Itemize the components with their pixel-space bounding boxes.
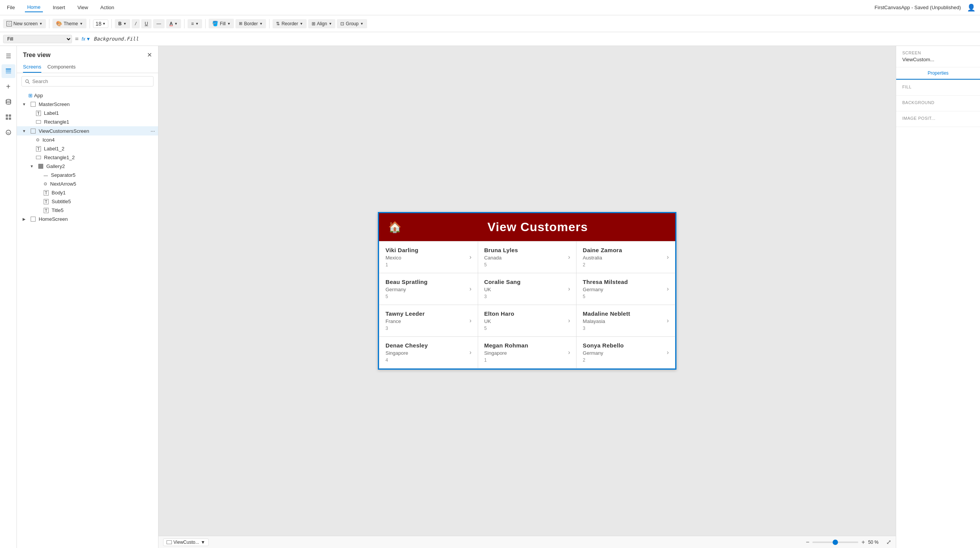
tree-item-subtitle5[interactable]: T Subtitle5 [17, 197, 158, 206]
cell-name-6: Tawny Leeder [385, 310, 425, 317]
viewcustomers-expand[interactable]: ▼ [21, 128, 27, 134]
svg-rect-2 [6, 72, 11, 73]
tree-item-viewcustomers[interactable]: ▼ ViewCustomersScreen ··· [17, 126, 158, 135]
reorder-button[interactable]: ⇅ Reorder ▼ [273, 19, 306, 28]
right-tab-properties[interactable]: Properties [896, 67, 980, 80]
toggle-panel-button[interactable]: ☰ [2, 49, 15, 63]
gallery-cell-0[interactable]: Viki Darling Mexico 1 › [379, 241, 478, 273]
add-button[interactable]: + [2, 80, 15, 93]
tab-components[interactable]: Components [47, 62, 76, 73]
svg-point-10 [26, 80, 29, 83]
cell-country-0: Mexico [385, 255, 418, 261]
tree-item-gallery2[interactable]: ▼ Gallery2 [17, 162, 158, 171]
data-icon-button[interactable] [2, 95, 15, 109]
align-pos-button[interactable]: ⊞ Align ▼ [308, 19, 336, 28]
cell-arrow-10: › [568, 349, 570, 356]
property-select[interactable]: Fill [3, 35, 72, 43]
zoom-slider[interactable] [812, 541, 858, 543]
strikethrough-button[interactable]: — [153, 19, 165, 28]
tree-item-homescreen[interactable]: ▶ HomeScreen [17, 215, 158, 223]
menu-insert[interactable]: Insert [51, 3, 68, 12]
formula-input[interactable] [94, 36, 977, 42]
tree-item-rectangle1-2-label: Rectangle1_2 [44, 155, 75, 160]
zoom-in-button[interactable]: + [861, 539, 865, 546]
tab-screens[interactable]: Screens [23, 62, 41, 73]
cell-info-5: Thresa Milstead Germany 5 [583, 279, 628, 299]
gallery-cell-3[interactable]: Beau Spratling Germany 5 › [379, 273, 478, 305]
gallery-cell-1[interactable]: Bruna Lyles Canada 5 › [478, 241, 577, 273]
tree-item-label1-2[interactable]: T Label1_2 [17, 144, 158, 153]
gallery-cell-7[interactable]: Elton Haro UK 5 › [478, 305, 577, 337]
screen-indicator[interactable]: ViewCusto... ▼ [163, 538, 209, 546]
tree-view-icon-button[interactable] [2, 64, 15, 78]
gallery-cell-10[interactable]: Megan Rohman Singapore 1 › [478, 337, 577, 369]
tree-item-rectangle1[interactable]: Rectangle1 [17, 117, 158, 126]
gallery-cell-2[interactable]: Daine Zamora Australia 2 › [577, 241, 675, 273]
tree-item-masterscreen[interactable]: ▼ MasterScreen [17, 100, 158, 109]
fullscreen-button[interactable]: ⤢ [886, 538, 891, 546]
gallery-cell-11[interactable]: Sonya Rebello Germany 2 › [577, 337, 675, 369]
homescreen-expand[interactable]: ▶ [21, 217, 27, 222]
close-panel-button[interactable]: ✕ [147, 51, 152, 59]
user-icon[interactable]: 👤 [967, 3, 975, 12]
app-frame[interactable]: 🏠 View Customers Viki Darling Mexico 1 ›… [378, 212, 676, 370]
fx-button[interactable]: fx ▼ [82, 36, 90, 42]
tree-item-separator5[interactable]: — Separator5 [17, 171, 158, 179]
menu-file[interactable]: File [5, 3, 17, 12]
menu-view[interactable]: View [75, 3, 90, 12]
app-header: 🏠 View Customers [379, 213, 675, 241]
theme-icon: 🎨 [56, 21, 62, 26]
equals-button[interactable]: = [75, 36, 78, 42]
cell-name-0: Viki Darling [385, 247, 418, 253]
cell-info-8: Madaline Neblett Malayasia 3 [583, 310, 630, 331]
cell-num-11: 2 [583, 357, 624, 363]
group-button[interactable]: ⊡ Group ▼ [337, 19, 367, 28]
fill-button[interactable]: 🪣 Fill ▼ [209, 19, 234, 28]
canvas-scroll[interactable]: 🏠 View Customers Viki Darling Mexico 1 ›… [158, 46, 896, 536]
new-screen-button[interactable]: □ New screen ▼ [3, 19, 46, 28]
tree-item-separator5-label: Separator5 [51, 172, 75, 178]
left-icon-bar: ☰ + f [0, 46, 17, 548]
panel-header: Tree view ✕ [17, 46, 158, 62]
border-button[interactable]: ⊞ Border ▼ [235, 19, 266, 28]
menu-home[interactable]: Home [25, 3, 43, 12]
panel-search-area [17, 73, 158, 90]
tree-item-rectangle1-2[interactable]: Rectangle1_2 [17, 153, 158, 162]
tree-item-icon4[interactable]: ⊙ Icon4 [17, 135, 158, 144]
tree-item-app[interactable]: ⊞ App [17, 91, 158, 100]
gallery-cell-9[interactable]: Denae Chesley Singapore 4 › [379, 337, 478, 369]
theme-button[interactable]: 🎨 Theme ▼ [52, 19, 86, 28]
bold-button[interactable]: B ▼ [115, 19, 130, 28]
tree-item-label1[interactable]: T Label1 [17, 109, 158, 117]
gallery-cell-5[interactable]: Thresa Milstead Germany 5 › [577, 273, 675, 305]
cell-name-8: Madaline Neblett [583, 310, 630, 317]
font-color-button[interactable]: A ▼ [166, 19, 181, 28]
toolbar-divider-1 [49, 19, 49, 28]
gallery-cell-8[interactable]: Madaline Neblett Malayasia 3 › [577, 305, 675, 337]
components-icon-button[interactable] [2, 110, 15, 124]
cell-info-0: Viki Darling Mexico 1 [385, 247, 418, 267]
variables-icon-button[interactable]: fx [2, 126, 15, 139]
zoom-out-button[interactable]: − [806, 539, 809, 546]
masterscreen-expand[interactable]: ▼ [21, 102, 27, 107]
underline-button[interactable]: U [141, 19, 152, 28]
tree-item-homescreen-label: HomeScreen [39, 216, 68, 222]
gallery2-expand[interactable]: ▼ [29, 164, 34, 169]
font-size-input[interactable]: 18 ▼ [93, 20, 109, 28]
toolbar-divider-6 [269, 19, 270, 28]
viewcustomers-more-button[interactable]: ··· [150, 128, 155, 134]
cell-arrow-4: › [568, 285, 570, 292]
align-button[interactable]: ≡ ▼ [188, 19, 202, 28]
search-input[interactable] [32, 78, 150, 84]
gallery-cell-4[interactable]: Coralie Sang UK 3 › [478, 273, 577, 305]
gallery-cell-6[interactable]: Tawny Leeder France 3 › [379, 305, 478, 337]
italic-button[interactable]: / [132, 19, 140, 28]
label1-icon: T [36, 111, 41, 116]
title5-icon: T [44, 208, 49, 213]
tree-item-nextarrow5[interactable]: ⊙ NextArrow5 [17, 179, 158, 188]
cell-country-7: UK [484, 318, 514, 324]
theme-caret: ▼ [80, 22, 83, 26]
menu-action[interactable]: Action [98, 3, 116, 12]
tree-item-title5[interactable]: T Title5 [17, 206, 158, 215]
tree-item-body1[interactable]: T Body1 [17, 188, 158, 197]
